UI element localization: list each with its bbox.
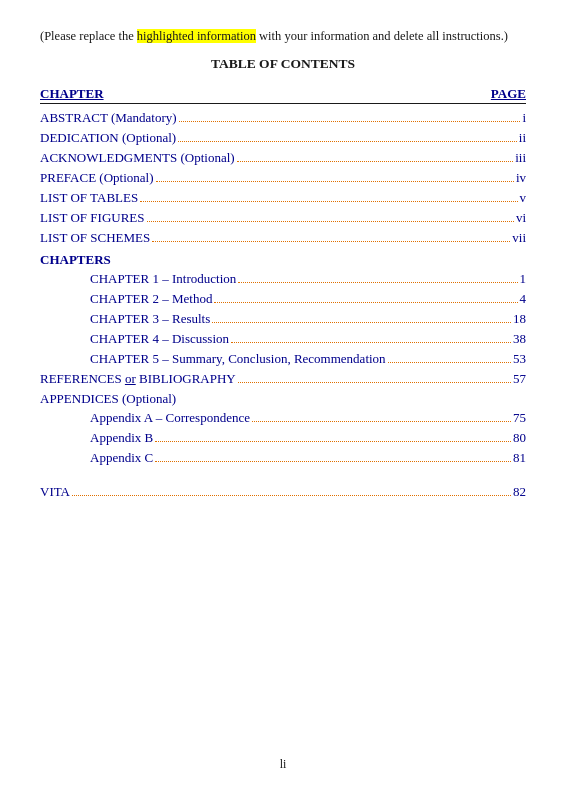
page-num-chapter5: 53 — [513, 351, 526, 367]
dots-appendix-a — [252, 421, 511, 422]
page-num-dedication: ii — [519, 130, 526, 146]
entry-label-appendix-c: Appendix C — [90, 450, 153, 466]
page-num-list-schemes: vii — [512, 230, 526, 246]
page-num-appendix-b: 80 — [513, 430, 526, 446]
dots-preface — [156, 181, 514, 182]
entry-label-appendix-b: Appendix B — [90, 430, 153, 446]
chapters-heading: CHAPTERS — [40, 252, 526, 268]
page-num-preface: iv — [516, 170, 526, 186]
page-num-references: 57 — [513, 371, 526, 387]
dots-list-tables — [140, 201, 517, 202]
entry-label-list-figures: LIST OF FIGURES — [40, 210, 145, 226]
toc-entry-list-figures: LIST OF FIGURES vi — [40, 210, 526, 226]
toc-entry-appendix-c: Appendix C 81 — [90, 450, 526, 466]
entry-label-vita: VITA — [40, 484, 70, 500]
entry-label-appendix-a: Appendix A – Correspondence — [90, 410, 250, 426]
page-num-abstract: i — [522, 110, 526, 126]
entry-label-dedication: DEDICATION (Optional) — [40, 130, 176, 146]
toc-entry-acknowledgments: ACKNOWLEDGMENTS (Optional) iii — [40, 150, 526, 166]
entry-label-references: REFERENCES or BIBLIOGRAPHY — [40, 371, 236, 387]
appendices-heading: APPENDICES (Optional) — [40, 391, 526, 407]
toc-entry-list-schemes: LIST OF SCHEMES vii — [40, 230, 526, 246]
header-chapter-label: CHAPTER — [40, 86, 104, 102]
dots-appendix-c — [155, 461, 511, 462]
toc-entry-chapter5: CHAPTER 5 – Summary, Conclusion, Recomme… — [90, 351, 526, 367]
dots-dedication — [178, 141, 517, 142]
toc-entry-chapter3: CHAPTER 3 – Results 18 — [90, 311, 526, 327]
page-footer: li — [0, 757, 566, 772]
page-num-chapter2: 4 — [520, 291, 527, 307]
toc-entry-dedication: DEDICATION (Optional) ii — [40, 130, 526, 146]
instruction-prefix: (Please replace the — [40, 29, 137, 43]
toc-entry-appendix-a: Appendix A – Correspondence 75 — [90, 410, 526, 426]
dots-chapter2 — [214, 302, 517, 303]
page-num-chapter4: 38 — [513, 331, 526, 347]
page-num-list-figures: vi — [516, 210, 526, 226]
entry-label-chapter5: CHAPTER 5 – Summary, Conclusion, Recomme… — [90, 351, 386, 367]
dots-vita — [72, 495, 511, 496]
dots-list-schemes — [152, 241, 510, 242]
instruction-text: (Please replace the highlighted informat… — [40, 28, 526, 46]
page-num-list-tables: v — [520, 190, 527, 206]
page-num-vita: 82 — [513, 484, 526, 500]
toc-title: TABLE OF CONTENTS — [40, 56, 526, 72]
toc-entry-list-tables: LIST OF TABLES v — [40, 190, 526, 206]
entry-label-abstract: ABSTRACT (Mandatory) — [40, 110, 177, 126]
page: (Please replace the highlighted informat… — [0, 0, 566, 786]
toc-entry-chapter1: CHAPTER 1 – Introduction 1 — [90, 271, 526, 287]
instruction-highlight: highlighted information — [137, 29, 256, 43]
appendices-list: Appendix A – Correspondence 75 Appendix … — [40, 410, 526, 466]
dots-acknowledgments — [237, 161, 514, 162]
entry-label-chapter2: CHAPTER 2 – Method — [90, 291, 212, 307]
references-label: REFERENCES — [40, 371, 122, 386]
toc-entry-chapter4: CHAPTER 4 – Discussion 38 — [90, 331, 526, 347]
entry-label-chapter4: CHAPTER 4 – Discussion — [90, 331, 229, 347]
toc-header: CHAPTER PAGE — [40, 86, 526, 104]
toc-entry-abstract: ABSTRACT (Mandatory) i — [40, 110, 526, 126]
toc-entry-preface: PREFACE (Optional) iv — [40, 170, 526, 186]
dots-chapter1 — [238, 282, 517, 283]
references-bib: BIBLIOGRAPHY — [139, 371, 236, 386]
dots-abstract — [179, 121, 521, 122]
toc-entry-references: REFERENCES or BIBLIOGRAPHY 57 — [40, 371, 526, 387]
dots-chapter5 — [388, 362, 511, 363]
references-or: or — [125, 371, 136, 386]
entry-label-acknowledgments: ACKNOWLEDGMENTS (Optional) — [40, 150, 235, 166]
toc-entry-vita: VITA 82 — [40, 484, 526, 500]
toc-entry-chapter2: CHAPTER 2 – Method 4 — [90, 291, 526, 307]
entry-label-chapter1: CHAPTER 1 – Introduction — [90, 271, 236, 287]
dots-appendix-b — [155, 441, 511, 442]
entry-label-list-schemes: LIST OF SCHEMES — [40, 230, 150, 246]
entry-label-list-tables: LIST OF TABLES — [40, 190, 138, 206]
page-num-appendix-c: 81 — [513, 450, 526, 466]
page-num-appendix-a: 75 — [513, 410, 526, 426]
chapters-list: CHAPTER 1 – Introduction 1 CHAPTER 2 – M… — [40, 271, 526, 367]
entry-label-chapter3: CHAPTER 3 – Results — [90, 311, 210, 327]
page-num-chapter3: 18 — [513, 311, 526, 327]
dots-references — [238, 382, 511, 383]
page-num-chapter1: 1 — [520, 271, 527, 287]
dots-list-figures — [147, 221, 514, 222]
entry-label-preface: PREFACE (Optional) — [40, 170, 154, 186]
dots-chapter4 — [231, 342, 511, 343]
footer-page-number: li — [280, 757, 287, 771]
toc-entry-appendix-b: Appendix B 80 — [90, 430, 526, 446]
dots-chapter3 — [212, 322, 511, 323]
header-page-label: PAGE — [491, 86, 526, 102]
instruction-suffix: with your information and delete all ins… — [256, 29, 508, 43]
page-num-acknowledgments: iii — [515, 150, 526, 166]
